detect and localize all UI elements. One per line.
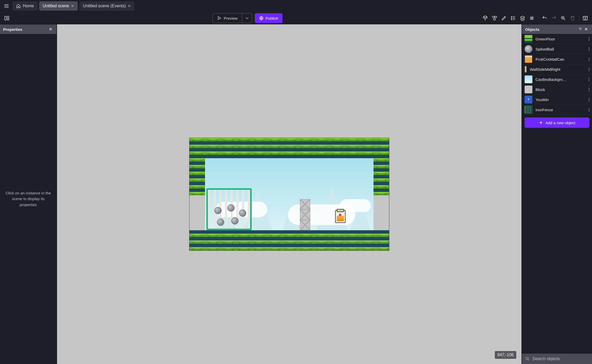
svg-point-6 bbox=[511, 19, 512, 20]
block-instance[interactable] bbox=[300, 209, 310, 220]
object-thumb bbox=[525, 35, 532, 43]
properties-hint: Click on an instance in the scene to dis… bbox=[4, 190, 53, 208]
publish-button[interactable]: Publish bbox=[255, 13, 283, 23]
instances-list-icon[interactable] bbox=[509, 14, 517, 22]
tab-bar: Home Untitled scene ✕ Untitled scene (Ev… bbox=[0, 0, 592, 12]
search-icon bbox=[525, 356, 530, 361]
object-row[interactable]: Block bbox=[522, 85, 592, 95]
more-icon[interactable] bbox=[589, 78, 589, 81]
more-icon[interactable] bbox=[589, 47, 589, 51]
block-instance[interactable] bbox=[300, 220, 310, 230]
objects-panel: Objects ✕ GreenFloorSpikedBallFruitCockt… bbox=[521, 24, 592, 364]
undo-icon[interactable] bbox=[540, 14, 549, 22]
trash-icon[interactable] bbox=[568, 14, 577, 22]
object-name: FruitCocktailCan bbox=[535, 57, 586, 61]
object-row[interactable]: TYouWin bbox=[522, 95, 592, 105]
spiked-ball-instance[interactable] bbox=[237, 208, 248, 218]
search-input[interactable] bbox=[532, 356, 589, 361]
grid-icon[interactable] bbox=[528, 14, 536, 22]
object-name: Block bbox=[535, 87, 586, 92]
layers-icon[interactable] bbox=[518, 14, 527, 22]
objects-search bbox=[522, 354, 592, 364]
toolbar: Preview Publish bbox=[0, 12, 592, 24]
spiked-ball-instance[interactable] bbox=[215, 217, 226, 227]
menu-button[interactable] bbox=[2, 2, 11, 10]
block-instance[interactable] bbox=[300, 199, 310, 209]
settings-icon[interactable] bbox=[581, 14, 589, 22]
object-tool-icon[interactable] bbox=[481, 14, 489, 22]
svg-point-9 bbox=[526, 357, 528, 360]
close-icon[interactable]: ✕ bbox=[48, 27, 53, 32]
svg-point-4 bbox=[511, 16, 512, 17]
object-thumb: T bbox=[525, 96, 532, 103]
more-icon[interactable] bbox=[589, 58, 589, 61]
tab-scene-events[interactable]: Untitled scene (Events) ✕ bbox=[79, 1, 135, 11]
tab-home-label: Home bbox=[23, 4, 34, 8]
objects-title: Objects bbox=[525, 27, 539, 32]
object-name: GreenFloor bbox=[535, 37, 586, 41]
svg-rect-1 bbox=[7, 16, 9, 18]
panel-toggle-button[interactable] bbox=[3, 14, 11, 22]
edit-tool-icon[interactable] bbox=[500, 14, 508, 22]
more-icon[interactable] bbox=[589, 68, 589, 71]
svg-point-5 bbox=[511, 18, 512, 19]
tab-events-label: Untitled scene (Events) bbox=[83, 4, 126, 8]
spiked-ball-instance[interactable] bbox=[226, 203, 236, 213]
close-icon[interactable]: ✕ bbox=[128, 4, 131, 8]
object-thumb bbox=[525, 55, 532, 63]
more-icon[interactable] bbox=[589, 108, 589, 111]
more-icon[interactable] bbox=[589, 37, 589, 41]
add-object-button[interactable]: Add a new object bbox=[525, 117, 589, 128]
svg-rect-0 bbox=[5, 16, 6, 20]
tab-scene[interactable]: Untitled scene ✕ bbox=[39, 1, 78, 11]
properties-title: Properties bbox=[3, 27, 22, 32]
object-row[interactable]: SpikedBall bbox=[522, 44, 592, 54]
filter-icon[interactable] bbox=[577, 27, 583, 32]
workspace: Properties ✕ Click on an instance in the… bbox=[0, 24, 592, 364]
scene-canvas[interactable]: 847;-106 bbox=[57, 24, 521, 364]
objects-header: Objects ✕ bbox=[522, 25, 592, 34]
preview-button[interactable]: Preview bbox=[213, 13, 242, 23]
object-name: IronFence bbox=[535, 108, 586, 112]
add-object-label: Add a new object bbox=[545, 121, 575, 125]
object-row[interactable]: IronFence bbox=[522, 105, 592, 115]
object-thumb bbox=[525, 86, 532, 93]
object-name: YouWin bbox=[535, 97, 586, 102]
fruit-cocktail-can-instance[interactable] bbox=[335, 210, 346, 223]
object-row[interactable]: GreenFloor bbox=[522, 34, 592, 44]
close-icon[interactable]: ✕ bbox=[583, 27, 589, 32]
object-thumb bbox=[525, 106, 532, 114]
object-name: SpikedBall bbox=[535, 47, 586, 51]
preview-dropdown[interactable] bbox=[242, 13, 252, 23]
separator bbox=[538, 15, 538, 21]
object-thumb bbox=[525, 75, 532, 83]
separator bbox=[579, 15, 579, 21]
object-name: CastlesBackgro... bbox=[535, 77, 586, 82]
zoom-icon[interactable] bbox=[559, 14, 567, 22]
object-thumb bbox=[525, 66, 527, 73]
publish-label: Publish bbox=[266, 16, 278, 20]
object-row[interactable]: FruitCocktailCan bbox=[522, 54, 592, 64]
tab-home[interactable]: Home bbox=[12, 1, 38, 11]
svg-rect-2 bbox=[7, 19, 9, 20]
tab-scene-label: Untitled scene bbox=[43, 4, 69, 8]
redo-icon[interactable] bbox=[550, 14, 558, 22]
more-icon[interactable] bbox=[589, 98, 589, 101]
properties-panel: Properties ✕ Click on an instance in the… bbox=[0, 24, 57, 364]
object-row[interactable]: CastlesBackgro... bbox=[522, 74, 592, 85]
cursor-coordinates: 847;-106 bbox=[495, 351, 516, 359]
objects-list: GreenFloorSpikedBallFruitCocktailCanWall… bbox=[522, 34, 592, 115]
objects-group-icon[interactable] bbox=[490, 14, 499, 22]
preview-label: Preview bbox=[224, 16, 237, 20]
spiked-ball-instance[interactable] bbox=[213, 205, 223, 216]
more-icon[interactable] bbox=[589, 88, 589, 91]
object-thumb bbox=[525, 45, 532, 53]
properties-header: Properties ✕ bbox=[0, 25, 57, 34]
object-name: WallSideMidRight bbox=[530, 67, 586, 72]
object-row[interactable]: WallSideMidRight bbox=[522, 64, 592, 74]
close-icon[interactable]: ✕ bbox=[71, 4, 74, 8]
